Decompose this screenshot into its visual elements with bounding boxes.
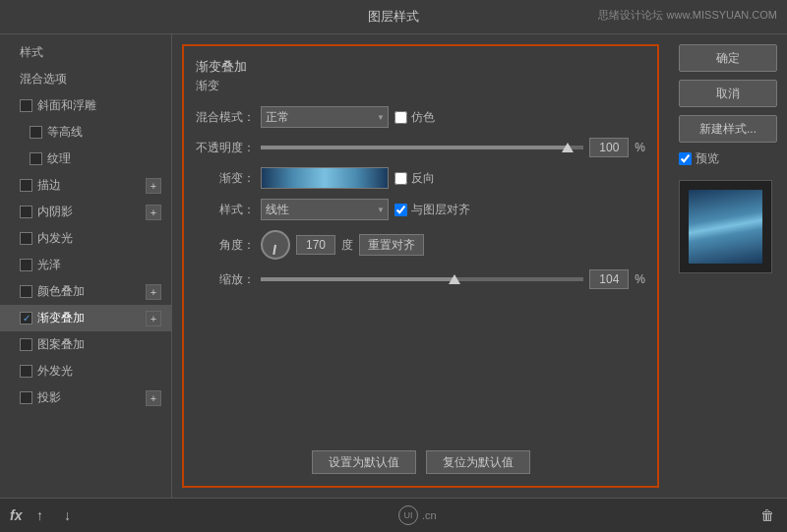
sidebar-item-inner-shadow[interactable]: 内阴影 + xyxy=(0,199,171,225)
sidebar-label-gradient-overlay: 渐变叠加 xyxy=(37,310,85,326)
simulate-pressure-checkbox[interactable] xyxy=(394,111,407,124)
sidebar-item-satin[interactable]: 光泽 xyxy=(0,252,171,278)
preview-box xyxy=(679,180,772,273)
angle-input[interactable]: 170 xyxy=(296,235,335,255)
style-row: 样式： 线性 与图层对齐 xyxy=(196,199,645,220)
inner-shadow-checkbox[interactable] xyxy=(20,206,32,218)
sidebar-label-stroke: 描边 xyxy=(37,177,61,194)
blend-mode-select[interactable]: 正常 xyxy=(261,106,389,128)
style-select[interactable]: 线性 xyxy=(261,199,389,220)
scale-slider-fill xyxy=(261,277,454,281)
gradient-label: 渐变： xyxy=(196,170,255,187)
contour-checkbox[interactable] xyxy=(30,126,42,139)
align-layer-text: 与图层对齐 xyxy=(411,202,470,218)
gradient-overlay-checkbox[interactable]: ✓ xyxy=(20,312,32,325)
angle-control: 170 度 重置对齐 xyxy=(261,230,424,260)
dialog-title: 图层样式 xyxy=(368,9,419,24)
middle-panel: 渐变叠加 渐变 混合模式： 正常 仿色 xyxy=(172,34,669,498)
opacity-slider-thumb[interactable] xyxy=(562,143,574,152)
outer-glow-checkbox[interactable] xyxy=(20,365,32,378)
gradient-overlay-plus-btn[interactable]: + xyxy=(146,311,161,326)
angle-unit: 度 xyxy=(341,237,353,254)
scale-slider-thumb[interactable] xyxy=(449,274,460,284)
opacity-unit: % xyxy=(635,141,645,154)
right-panel: 确定 取消 新建样式... 预览 xyxy=(669,34,787,498)
blend-mode-row: 混合模式： 正常 仿色 xyxy=(196,106,645,128)
title-bar: 图层样式 思绪设计论坛 www.MISSYUAN.COM xyxy=(0,0,787,34)
watermark-bottom: UI .cn xyxy=(398,505,437,525)
reverse-checkbox[interactable] xyxy=(394,172,407,185)
sidebar-item-bevel[interactable]: 斜面和浮雕 xyxy=(0,92,171,119)
color-overlay-checkbox[interactable] xyxy=(20,285,32,298)
sidebar-item-outer-glow[interactable]: 外发光 xyxy=(0,358,171,384)
blend-mode-label: 混合模式： xyxy=(196,109,255,126)
color-overlay-plus-btn[interactable]: + xyxy=(146,284,161,300)
bottom-buttons: 设置为默认值 复位为默认值 xyxy=(196,441,645,474)
align-layer-checkbox[interactable] xyxy=(394,204,407,216)
inner-shadow-plus-btn[interactable]: + xyxy=(146,205,161,220)
move-down-button[interactable]: ↓ xyxy=(57,505,77,525)
style-select-wrapper: 线性 xyxy=(261,199,389,220)
sidebar-item-gradient-overlay[interactable]: ✓ 渐变叠加 + xyxy=(0,305,171,331)
move-up-button[interactable]: ↑ xyxy=(30,505,49,525)
align-layer-label[interactable]: 与图层对齐 xyxy=(394,202,470,218)
stroke-checkbox[interactable] xyxy=(20,179,32,192)
opacity-slider-track[interactable] xyxy=(261,146,583,149)
sidebar-label-contour: 等高线 xyxy=(47,124,83,141)
ui-logo-text: UI xyxy=(403,510,412,520)
set-default-btn[interactable]: 设置为默认值 xyxy=(312,450,416,474)
blend-mode-select-wrapper: 正常 xyxy=(261,106,389,128)
stroke-plus-btn[interactable]: + xyxy=(146,178,161,194)
angle-dial[interactable] xyxy=(261,230,290,260)
opacity-row: 不透明度： 100 % xyxy=(196,138,645,157)
watermark-cn: .cn xyxy=(422,509,437,521)
sidebar-item-color-overlay[interactable]: 颜色叠加 + xyxy=(0,278,171,305)
panel-title: 渐变叠加 xyxy=(196,58,645,76)
bottom-bar: fx ↑ ↓ UI .cn 🗑 xyxy=(0,498,787,532)
inner-glow-checkbox[interactable] xyxy=(20,232,32,245)
sidebar-item-blend[interactable]: 混合选项 xyxy=(0,66,171,92)
sidebar-item-drop-shadow[interactable]: 投影 + xyxy=(0,384,171,411)
opacity-input[interactable]: 100 xyxy=(589,138,629,157)
scale-slider-container xyxy=(261,277,583,281)
reverse-label[interactable]: 反向 xyxy=(394,170,435,187)
fx-label: fx xyxy=(10,507,22,523)
sidebar-item-texture[interactable]: 纹理 xyxy=(0,146,171,172)
simulate-pressure-label[interactable]: 仿色 xyxy=(394,109,435,126)
scale-slider-track[interactable] xyxy=(261,277,583,281)
opacity-slider-fill xyxy=(261,146,568,149)
bevel-checkbox[interactable] xyxy=(20,99,32,112)
gradient-row: 渐变： 反向 xyxy=(196,167,645,189)
angle-label: 角度： xyxy=(196,237,255,254)
preview-checkbox[interactable] xyxy=(679,152,692,165)
new-style-button[interactable]: 新建样式... xyxy=(679,115,777,143)
satin-checkbox[interactable] xyxy=(20,259,32,271)
sidebar-item-pattern-overlay[interactable]: 图案叠加 xyxy=(0,331,171,358)
sidebar-item-inner-glow[interactable]: 内发光 xyxy=(0,225,171,252)
sidebar-item-style[interactable]: 样式 xyxy=(0,39,171,66)
angle-row: 角度： 170 度 重置对齐 xyxy=(196,230,645,260)
gradient-preview-bar[interactable] xyxy=(261,167,389,189)
drop-shadow-plus-btn[interactable]: + xyxy=(146,390,161,406)
reset-default-btn[interactable]: 复位为默认值 xyxy=(426,450,530,474)
delete-button[interactable]: 🗑 xyxy=(757,505,777,525)
sidebar-label-color-overlay: 颜色叠加 xyxy=(37,283,85,300)
sidebar-label-outer-glow: 外发光 xyxy=(37,363,73,380)
texture-checkbox[interactable] xyxy=(30,152,42,165)
sidebar-label-blend: 混合选项 xyxy=(20,71,67,88)
pattern-overlay-checkbox[interactable] xyxy=(20,338,32,351)
align-reset-btn[interactable]: 重置对齐 xyxy=(359,234,424,256)
ok-button[interactable]: 确定 xyxy=(679,44,777,72)
sidebar-label-inner-shadow: 内阴影 xyxy=(37,204,73,220)
sidebar-item-stroke[interactable]: 描边 + xyxy=(0,172,171,199)
sidebar-label-texture: 纹理 xyxy=(47,150,71,167)
cancel-button[interactable]: 取消 xyxy=(679,80,777,107)
sidebar-label-satin: 光泽 xyxy=(37,257,61,273)
drop-shadow-checkbox[interactable] xyxy=(20,391,32,404)
sidebar-label-bevel: 斜面和浮雕 xyxy=(37,97,96,114)
preview-inner xyxy=(689,190,762,264)
scale-input[interactable]: 104 xyxy=(589,269,629,289)
reverse-text: 反向 xyxy=(411,170,435,187)
style-label: 样式： xyxy=(196,202,255,218)
sidebar-item-contour[interactable]: 等高线 xyxy=(0,119,171,146)
